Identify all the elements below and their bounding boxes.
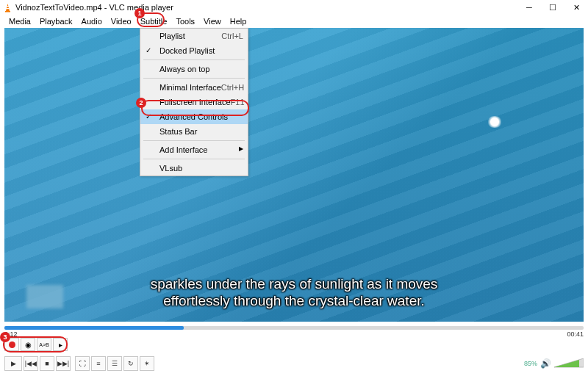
svg-marker-0 (6, 4, 10, 11)
loop-icon: ↻ (128, 360, 134, 367)
menu-playback[interactable]: Playback (35, 15, 77, 28)
camera-icon: ◉ (25, 341, 32, 349)
svg-rect-3 (7, 8, 10, 9)
advanced-controls: ◉ A>B ▸ (4, 338, 68, 351)
seek-bar[interactable]: 0:12 00:41 (4, 325, 584, 333)
menu-item-docked-playlist[interactable]: ✓ Docked Playlist (140, 43, 248, 58)
stop-button[interactable]: ■ (40, 356, 54, 371)
volume-control: 85% 🔊 (524, 358, 584, 369)
view-menu-dropdown: PlaylistCtrl+L ✓ Docked Playlist Always … (140, 28, 248, 176)
time-total: 00:41 (567, 330, 584, 338)
speaker-icon[interactable]: 🔊 (540, 358, 551, 369)
menu-video[interactable]: Video (107, 15, 136, 28)
play-icon: ▶ (11, 360, 16, 367)
menu-media[interactable]: Media (4, 15, 35, 28)
skip-back-icon: |◀◀ (25, 360, 37, 367)
chevron-right-icon: ▶ (239, 145, 243, 154)
next-button[interactable]: ▶▶| (56, 356, 71, 371)
menu-separator (143, 59, 245, 60)
playback-controls: ▶ |◀◀ ■ ▶▶| ⛶ ≡ ☰ ↻ ✶ 85% 🔊 (4, 355, 584, 372)
loop-button[interactable]: ↻ (123, 356, 138, 371)
seek-progress (4, 326, 184, 330)
callout-number-2: 2 (136, 98, 146, 108)
menu-item-add-interface[interactable]: Add Interface▶ (140, 142, 248, 157)
callout-number-3: 3 (0, 332, 10, 342)
check-icon: ✓ (146, 112, 151, 120)
minimize-button[interactable]: ─ (517, 0, 541, 15)
menu-item-advanced-controls[interactable]: ✓ Advanced Controls (140, 109, 248, 124)
window-controls: ─ ☐ ✕ (517, 0, 588, 15)
menubar: Media Playback Audio Video Subtitle Tool… (0, 15, 588, 28)
menu-item-always-on-top[interactable]: Always on top (140, 62, 248, 76)
loop-ab-button[interactable]: A>B (37, 338, 51, 351)
maximize-button[interactable]: ☐ (541, 0, 564, 15)
check-icon: ✓ (146, 46, 151, 54)
window-title: VidnozTextToVideo.mp4 - VLC media player (15, 3, 173, 12)
fullscreen-icon: ⛶ (79, 360, 86, 367)
stop-icon: ■ (45, 360, 49, 367)
shuffle-button[interactable]: ✶ (140, 356, 154, 371)
close-button[interactable]: ✕ (564, 0, 588, 15)
volume-slider[interactable] (554, 358, 584, 369)
menu-view[interactable]: View (199, 15, 226, 28)
snapshot-button[interactable]: ◉ (21, 338, 35, 351)
prev-button[interactable]: |◀◀ (24, 356, 38, 371)
menu-tools[interactable]: Tools (171, 15, 199, 28)
fullscreen-button[interactable]: ⛶ (75, 356, 90, 371)
record-icon (9, 341, 15, 348)
titlebar: VidnozTextToVideo.mp4 - VLC media player… (0, 0, 588, 15)
menu-separator (143, 78, 245, 79)
subtitle-overlay: sparkles under the rays of sunlight as i… (4, 275, 584, 311)
vlc-cone-icon (3, 3, 12, 12)
extended-settings-button[interactable]: ≡ (91, 356, 106, 371)
subtitle-line-1: sparkles under the rays of sunlight as i… (34, 275, 554, 293)
shuffle-icon: ✶ (144, 360, 150, 367)
menu-help[interactable]: Help (226, 15, 251, 28)
menu-item-status-bar[interactable]: Status Bar (140, 124, 248, 139)
skip-forward-icon: ▶▶| (57, 360, 69, 367)
frame-step-icon: ▸ (59, 341, 62, 349)
play-button[interactable]: ▶ (4, 356, 22, 371)
callout-number-1: 1 (135, 8, 145, 18)
svg-rect-2 (7, 6, 9, 7)
menu-separator (143, 140, 245, 141)
menu-audio[interactable]: Audio (77, 15, 107, 28)
video-area[interactable]: sparkles under the rays of sunlight as i… (4, 28, 584, 322)
menu-item-minimal-interface[interactable]: Minimal InterfaceCtrl+H (140, 80, 248, 95)
menu-item-playlist[interactable]: PlaylistCtrl+L (140, 29, 248, 43)
menu-item-fullscreen-interface[interactable]: Fullscreen InterfaceF11 (140, 95, 248, 109)
playlist-icon: ☰ (112, 360, 118, 367)
loop-ab-icon: A>B (39, 342, 49, 347)
volume-percent: 85% (524, 360, 537, 367)
menu-separator (143, 159, 245, 159)
playlist-button[interactable]: ☰ (107, 356, 122, 371)
sparkle-artifact (487, 116, 503, 128)
svg-rect-1 (5, 11, 10, 12)
equalizer-icon: ≡ (96, 360, 100, 367)
subtitle-line-2: effortlessly through the crystal-clear w… (34, 292, 554, 310)
menu-item-vlsub[interactable]: VLsub (140, 161, 248, 176)
frame-step-button[interactable]: ▸ (53, 338, 68, 351)
